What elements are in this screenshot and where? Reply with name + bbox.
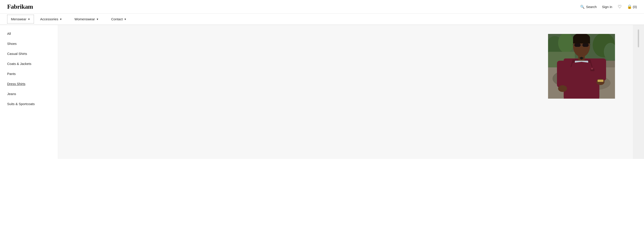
nav-label-womenswear: Womenswear	[74, 17, 95, 21]
wishlist-icon[interactable]: ♡	[618, 4, 622, 9]
chevron-down-icon: ▼	[96, 18, 99, 20]
dropdown-item-dress-shirts[interactable]: Dress Shirts	[0, 79, 58, 89]
nav-label-menswear: Menswear	[11, 17, 26, 21]
svg-rect-36	[573, 38, 590, 44]
cart-count: (0)	[633, 5, 637, 9]
nav-item-contact[interactable]: Contact ▼	[105, 14, 133, 24]
hero-image-svg	[548, 34, 615, 98]
svg-rect-21	[591, 68, 593, 70]
nav-item-womenswear[interactable]: Womenswear ▼	[68, 14, 105, 24]
main-navbar: Menswear ▼ Accessories ▼ Womenswear ▼ Co…	[0, 14, 644, 25]
signin-link[interactable]: Sign in	[602, 5, 612, 9]
svg-point-24	[558, 85, 567, 92]
dropdown-item-casual-shirts[interactable]: Casual Shirts	[0, 49, 58, 59]
nav-item-accessories[interactable]: Accessories ▼	[34, 14, 68, 24]
svg-rect-22	[557, 61, 568, 88]
cart-button[interactable]: 🔒 (0)	[627, 4, 637, 9]
dropdown-area: All Shoes Casual Shirts Coats & Jackets …	[0, 25, 644, 159]
chevron-down-icon: ▼	[28, 18, 30, 20]
dropdown-item-shoes[interactable]: Shoes	[0, 38, 58, 49]
svg-rect-30	[574, 43, 581, 47]
header-actions: 🔍 Search Sign in ♡ 🔒 (0)	[580, 4, 637, 9]
svg-rect-23	[595, 58, 606, 81]
dropdown-item-suits-sportcoats[interactable]: Suits & Sportcoats	[0, 99, 58, 109]
dropdown-item-jeans[interactable]: Jeans	[0, 89, 58, 99]
chevron-down-icon: ▼	[60, 18, 62, 20]
nav-item-menswear[interactable]: Menswear ▼	[7, 15, 34, 24]
search-label: Search	[586, 5, 597, 9]
svg-rect-31	[582, 43, 589, 47]
site-logo[interactable]: Fabrikam	[7, 3, 33, 10]
hero-image	[548, 34, 615, 98]
scrollbar-area	[633, 25, 644, 159]
main-content-area	[58, 25, 644, 159]
menswear-dropdown-menu: All Shoes Casual Shirts Coats & Jackets …	[0, 25, 58, 159]
search-icon: 🔍	[580, 5, 585, 9]
svg-rect-26	[598, 80, 604, 82]
chevron-down-icon: ▼	[124, 18, 126, 20]
nav-label-accessories: Accessories	[40, 17, 58, 21]
dropdown-item-coats-jackets[interactable]: Coats & Jackets	[0, 59, 58, 69]
dropdown-item-pants[interactable]: Pants	[0, 69, 58, 79]
dropdown-item-all[interactable]: All	[0, 28, 58, 38]
site-header: Fabrikam 🔍 Search Sign in ♡ 🔒 (0)	[0, 0, 644, 14]
nav-label-contact: Contact	[111, 17, 123, 21]
cart-lock-icon: 🔒	[627, 4, 632, 9]
search-button[interactable]: 🔍 Search	[580, 5, 597, 9]
